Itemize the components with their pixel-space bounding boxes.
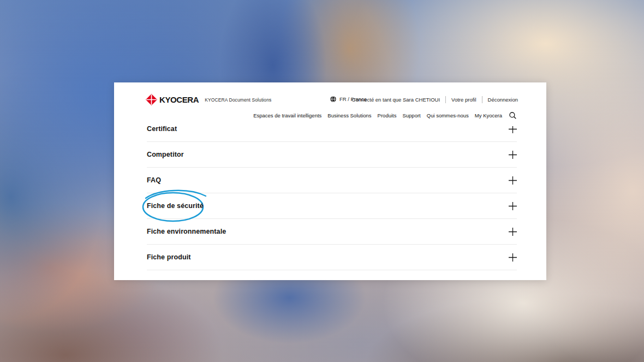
accordion-label: Fiche de sécurité bbox=[147, 202, 204, 210]
nav-item-espaces[interactable]: Espaces de travail intelligents bbox=[253, 112, 321, 118]
desktop-background: KYOCERA KYOCERA Document Solutions FR / … bbox=[0, 0, 644, 362]
kyocera-logo[interactable]: KYOCERA KYOCERA Document Solutions bbox=[146, 94, 271, 105]
profile-link[interactable]: Votre profil bbox=[451, 97, 476, 103]
nav-item-support[interactable]: Support bbox=[402, 112, 420, 118]
accordion-label: Fiche environnementale bbox=[147, 228, 226, 235]
browser-page-card: KYOCERA KYOCERA Document Solutions FR / … bbox=[114, 82, 546, 280]
accordion-label: Competitor bbox=[147, 151, 184, 158]
nav-item-produits[interactable]: Produits bbox=[378, 112, 397, 118]
nav-item-qui-sommes-nous[interactable]: Qui sommes-nous bbox=[427, 112, 469, 118]
plus-icon[interactable] bbox=[509, 228, 517, 236]
plus-icon[interactable] bbox=[509, 151, 517, 159]
search-icon[interactable] bbox=[509, 112, 516, 119]
accordion-list: Certificat Competitor FAQ bbox=[147, 116, 517, 270]
accordion-label: Certificat bbox=[147, 125, 177, 133]
nav-item-my-kyocera[interactable]: My Kyocera bbox=[475, 112, 502, 118]
accordion-row-fiche-environnementale[interactable]: Fiche environnementale bbox=[147, 219, 517, 245]
site-header: KYOCERA KYOCERA Document Solutions FR / … bbox=[114, 82, 546, 126]
logout-link[interactable]: Déconnexion bbox=[488, 97, 518, 103]
logo-tagline: KYOCERA Document Solutions bbox=[205, 97, 271, 103]
kyocera-diamond-icon bbox=[146, 94, 157, 105]
nav-item-business-solutions[interactable]: Business Solutions bbox=[327, 112, 371, 118]
plus-icon[interactable] bbox=[509, 202, 517, 210]
accordion-row-faq[interactable]: FAQ bbox=[147, 168, 517, 193]
accordion-row-fiche-de-securite[interactable]: Fiche de sécurité bbox=[147, 193, 517, 219]
accordion-row-competitor[interactable]: Competitor bbox=[147, 142, 517, 168]
plus-icon[interactable] bbox=[509, 176, 517, 185]
accordion-label: FAQ bbox=[147, 176, 161, 184]
accordion-row-fiche-produit[interactable]: Fiche produit bbox=[147, 245, 517, 270]
utility-links: Connecté en tant que Sara CHETIOUI Votre… bbox=[352, 96, 518, 103]
globe-icon bbox=[330, 96, 336, 102]
login-status: Connecté en tant que Sara CHETIOUI bbox=[352, 97, 440, 103]
main-navigation: Espaces de travail intelligents Business… bbox=[253, 112, 516, 119]
accordion-label: Fiche produit bbox=[147, 253, 190, 261]
divider bbox=[445, 96, 446, 103]
logo-wordmark: KYOCERA bbox=[159, 95, 199, 104]
divider bbox=[482, 96, 482, 103]
plus-icon[interactable] bbox=[509, 253, 517, 262]
